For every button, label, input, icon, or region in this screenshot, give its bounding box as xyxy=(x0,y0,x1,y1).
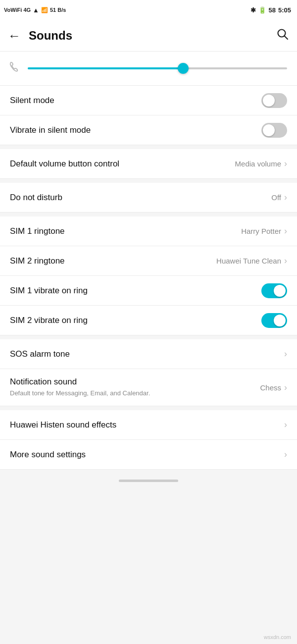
notification-sound-value: Chess › xyxy=(260,382,287,393)
signal-icon: ▲ xyxy=(33,6,39,14)
more-sounds-row[interactable]: More sound settings › xyxy=(0,440,297,470)
sim1-ringtone-label: SIM 1 ringtone xyxy=(10,226,65,236)
histen-effects-value: › xyxy=(282,420,287,430)
sim2-ringtone-label: SIM 2 ringtone xyxy=(10,256,65,266)
chevron-icon: › xyxy=(284,382,287,393)
sos-alarm-value: › xyxy=(282,349,287,359)
sim2-ringtone-row[interactable]: SIM 2 ringtone Huawei Tune Clean › xyxy=(0,246,297,276)
notification-sound-row[interactable]: Notification sound Default tone for Mess… xyxy=(0,369,297,406)
speed-label: 51 B/s xyxy=(50,7,66,13)
sim2-ringtone-value: Huawei Tune Clean › xyxy=(216,256,287,266)
search-button[interactable] xyxy=(276,28,289,44)
sos-alarm-row[interactable]: SOS alarm tone › xyxy=(0,339,297,369)
notification-sound-subtitle: Default tone for Messaging, Email, and C… xyxy=(10,389,252,398)
toggle-knob xyxy=(263,124,275,136)
vibrate-silent-row[interactable]: Vibrate in silent mode xyxy=(0,115,297,145)
vibrate-silent-toggle[interactable] xyxy=(261,123,287,138)
volume-slider[interactable] xyxy=(28,67,287,69)
slider-fill xyxy=(28,67,183,69)
home-bar-pill[interactable] xyxy=(119,480,178,482)
volume-button-label: Default volume button control xyxy=(10,159,119,169)
volume-button-value: Media volume › xyxy=(235,159,287,169)
notification-left: Notification sound Default tone for Mess… xyxy=(10,377,252,398)
more-sounds-value: › xyxy=(282,449,287,460)
sos-alarm-label: SOS alarm tone xyxy=(10,349,70,359)
top-bar: ← Sounds xyxy=(0,20,297,52)
sim1-ringtone-value: Harry Potter › xyxy=(241,226,287,236)
more-sounds-label: More sound settings xyxy=(10,450,86,460)
svg-line-1 xyxy=(285,36,288,39)
sim1-vibrate-toggle[interactable] xyxy=(261,283,287,298)
wifi-icon: 📶 xyxy=(41,7,48,13)
divider xyxy=(0,213,297,216)
toggle-knob xyxy=(274,315,286,326)
notification-sound-title: Notification sound xyxy=(10,377,252,387)
slider-thumb[interactable] xyxy=(178,63,189,74)
do-not-disturb-value: Off › xyxy=(271,192,287,203)
phone-icon xyxy=(8,60,21,76)
bluetooth-icon: ✱ xyxy=(250,6,256,14)
status-left: VoWiFi 4G ▲ 📶 51 B/s xyxy=(4,6,66,14)
settings-content: Silent mode Vibrate in silent mode Defau… xyxy=(0,86,297,470)
home-bar xyxy=(0,470,297,490)
chevron-icon: › xyxy=(284,159,287,169)
status-bar: VoWiFi 4G ▲ 📶 51 B/s ✱ 🔋 58 5:05 xyxy=(0,0,297,20)
do-not-disturb-label: Do not disturb xyxy=(10,193,62,203)
do-not-disturb-row[interactable]: Do not disturb Off › xyxy=(0,183,297,213)
sim2-vibrate-label: SIM 2 vibrate on ring xyxy=(10,316,88,325)
vibrate-silent-label: Vibrate in silent mode xyxy=(10,125,91,135)
sim1-ringtone-row[interactable]: SIM 1 ringtone Harry Potter › xyxy=(0,216,297,246)
silent-mode-label: Silent mode xyxy=(10,96,54,106)
back-button[interactable]: ← xyxy=(8,29,21,42)
divider xyxy=(0,406,297,410)
status-right: ✱ 🔋 58 5:05 xyxy=(250,6,292,14)
page-title: Sounds xyxy=(29,29,276,43)
chevron-icon: › xyxy=(284,256,287,266)
watermark: wsxdn.com xyxy=(264,634,291,640)
chevron-icon: › xyxy=(284,420,287,430)
toggle-knob xyxy=(274,285,286,297)
chevron-icon: › xyxy=(284,226,287,236)
time-display: 5:05 xyxy=(278,6,291,14)
silent-mode-toggle[interactable] xyxy=(261,93,287,108)
volume-slider-section xyxy=(0,52,297,86)
volume-button-row[interactable]: Default volume button control Media volu… xyxy=(0,149,297,179)
histen-effects-row[interactable]: Huawei Histen sound effects › xyxy=(0,410,297,440)
chevron-icon: › xyxy=(284,449,287,460)
chevron-icon: › xyxy=(284,192,287,203)
battery-icon: 🔋 xyxy=(258,6,266,14)
sim2-vibrate-row[interactable]: SIM 2 vibrate on ring xyxy=(0,306,297,335)
sim1-vibrate-label: SIM 1 vibrate on ring xyxy=(10,286,88,296)
silent-mode-row[interactable]: Silent mode xyxy=(0,86,297,115)
search-icon xyxy=(276,28,289,41)
histen-effects-label: Huawei Histen sound effects xyxy=(10,420,116,430)
divider xyxy=(0,145,297,149)
chevron-icon: › xyxy=(284,349,287,359)
sim1-vibrate-row[interactable]: SIM 1 vibrate on ring xyxy=(0,276,297,306)
divider xyxy=(0,335,297,339)
divider xyxy=(0,179,297,183)
battery-level: 58 xyxy=(269,6,276,14)
sim2-vibrate-toggle[interactable] xyxy=(261,313,287,328)
toggle-knob xyxy=(263,95,275,107)
vowifi-label: VoWiFi 4G xyxy=(4,7,31,13)
slider-track xyxy=(28,67,287,69)
